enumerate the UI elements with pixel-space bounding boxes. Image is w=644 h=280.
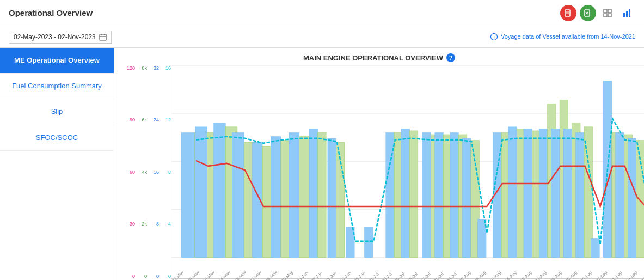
date-range-value: 02-May-2023 - 02-Nov-2023: [14, 33, 96, 41]
svg-rect-62: [524, 129, 532, 257]
voyage-note: i Voyage data of Vessel available from 1…: [490, 33, 635, 41]
chart-container: 1209060300 8k6k4k2k0 32241680 1612840: [123, 65, 635, 280]
svg-rect-53: [450, 132, 458, 257]
svg-rect-35: [271, 137, 281, 258]
date-range-wrapper[interactable]: 02-May-2023 - 02-Nov-2023: [9, 31, 112, 44]
sidebar: ME Operational Overview Fuel Consumption…: [0, 48, 114, 280]
svg-rect-55: [462, 138, 470, 258]
svg-rect-44: [364, 227, 372, 257]
pdf-button[interactable]: [560, 5, 576, 21]
svg-rect-11: [623, 13, 625, 17]
y-axis-green: 8k6k4k2k0: [135, 65, 147, 280]
svg-rect-47: [401, 129, 409, 257]
y-axis-pink: 1209060300: [123, 65, 135, 280]
svg-rect-9: [604, 14, 607, 17]
svg-rect-27: [195, 127, 207, 258]
svg-rect-7: [604, 9, 607, 13]
sidebar-item-me-operational[interactable]: ME Operational Overview: [0, 48, 114, 74]
svg-rect-75: [616, 132, 624, 257]
excel-button[interactable]: [580, 5, 596, 21]
svg-rect-77: [628, 138, 636, 258]
svg-rect-70: [576, 132, 584, 257]
svg-rect-48: [409, 131, 418, 258]
chart-area: MAIN ENGINE OPERATIONAL OVERVIEW ? 12090…: [114, 48, 644, 280]
svg-rect-40: [318, 132, 326, 257]
sidebar-item-fuel-consumption[interactable]: Fuel Consumption Summary: [0, 74, 114, 99]
svg-rect-38: [299, 137, 310, 258]
sidebar-item-sfoc[interactable]: SFOC/SCOC: [0, 125, 114, 151]
svg-rect-25: [181, 132, 195, 257]
chart-plot: [171, 65, 644, 279]
svg-rect-10: [608, 14, 611, 17]
info-icon: i: [490, 33, 498, 40]
header-bar: Operational Overview: [0, 0, 644, 26]
svg-text:i: i: [493, 35, 494, 40]
svg-rect-49: [422, 132, 431, 257]
svg-rect-33: [253, 142, 263, 258]
voyage-note-text: Voyage data of Vessel available from 14-…: [501, 33, 635, 40]
svg-rect-72: [591, 238, 599, 257]
svg-rect-0: [565, 10, 570, 16]
svg-rect-60: [508, 127, 517, 258]
svg-rect-29: [214, 123, 226, 258]
svg-rect-8: [608, 9, 611, 13]
y-axis-blue: 32241680: [147, 65, 159, 280]
main-content: ME Operational Overview Fuel Consumption…: [0, 48, 644, 280]
chart-info-icon[interactable]: ?: [446, 53, 455, 62]
sidebar-item-slip[interactable]: Slip: [0, 99, 114, 125]
grid-button[interactable]: [599, 5, 616, 21]
svg-rect-31: [232, 132, 244, 257]
y-axes: 1209060300 8k6k4k2k0 32241680 1612840: [123, 65, 171, 280]
calendar-icon: [99, 33, 107, 41]
svg-rect-51: [435, 132, 443, 257]
svg-rect-68: [563, 129, 572, 257]
chart-title: MAIN ENGINE OPERATIONAL OVERVIEW ?: [123, 53, 635, 62]
y-axis-teal: 1612840: [159, 65, 171, 280]
chart-svg: [171, 65, 644, 278]
svg-rect-13: [629, 9, 630, 17]
svg-rect-41: [328, 138, 336, 258]
svg-rect-45: [386, 132, 394, 257]
chart-button[interactable]: [619, 5, 635, 21]
plot-wrapper: 02-May06-May10-May14-May18-May22-May26-M…: [171, 65, 644, 280]
header-icons: [560, 5, 635, 21]
svg-rect-43: [346, 227, 354, 257]
svg-rect-39: [309, 129, 317, 257]
svg-rect-66: [551, 129, 560, 257]
svg-rect-37: [289, 132, 299, 257]
svg-rect-12: [626, 11, 628, 17]
sub-header: 02-May-2023 - 02-Nov-2023 i Voyage data …: [0, 26, 644, 48]
svg-rect-64: [539, 129, 547, 257]
svg-rect-14: [100, 34, 106, 40]
page-wrapper: Operational Overview 02-May-2023 - 02-No…: [0, 0, 644, 280]
page-title: Operational Overview: [9, 8, 93, 17]
